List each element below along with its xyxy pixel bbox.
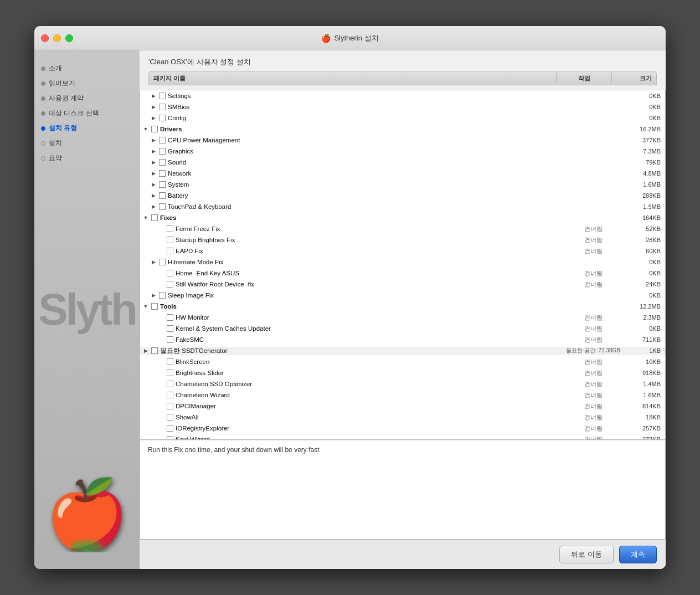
table-row[interactable]: ▼ Tools 12.2MB [140, 301, 665, 312]
size-col: 16.2MB [621, 126, 665, 132]
checkbox[interactable] [167, 381, 173, 387]
footer: 뒤로 이동 계속 [140, 540, 666, 569]
size-col: 10KB [621, 358, 665, 365]
col-action-header: 작업 [557, 72, 612, 85]
expander-icon: ▶ [150, 159, 157, 166]
table-row[interactable]: ▶ Hibernate Mode Fix 0KB [140, 257, 665, 268]
package-list[interactable]: ▶ Settings 0KB ▶ SMBios 0KB ▶ [140, 90, 666, 440]
table-row[interactable]: Still Waitfor Root Device -fix 건너뜀 24KB [140, 279, 665, 290]
checkbox[interactable] [167, 403, 173, 409]
item-label: Brightness Slider [176, 370, 565, 376]
main-content: 'Clean OSX'에 사용자 설정 설치 패키지 이름 작업 크기 ▶ Se… [140, 50, 666, 569]
checkbox[interactable] [167, 248, 173, 254]
checkbox[interactable] [151, 126, 158, 132]
size-col: 1.6MB [621, 181, 665, 188]
table-row[interactable]: DPCIManager 건너뜀 814KB [140, 401, 665, 412]
item-label: Chameleon Wizard [176, 392, 565, 398]
item-name-section: Chameleon SSD Optimizer [158, 381, 565, 387]
table-row[interactable]: Kext Wizard 건너뜀 377KB [140, 434, 665, 440]
table-row[interactable]: ▶ Settings 0KB [140, 90, 665, 101]
checkbox[interactable] [159, 148, 166, 155]
checkbox[interactable] [159, 259, 166, 265]
expander-icon: ▶ [150, 115, 157, 121]
table-row[interactable]: Chameleon Wizard 건너뜀 1.6MB [140, 389, 665, 401]
checkbox[interactable] [167, 281, 173, 288]
checkbox[interactable] [159, 137, 166, 143]
checkbox[interactable] [167, 336, 173, 343]
sidebar-item-install-type[interactable]: 설치 유형 [41, 124, 133, 133]
table-row[interactable]: Chameleon SSD Optimizer 건너뜀 1.4MB [140, 378, 665, 389]
checkbox[interactable] [159, 203, 166, 210]
checkbox[interactable] [167, 270, 173, 276]
checkbox[interactable] [159, 181, 166, 188]
checkbox[interactable] [167, 325, 173, 332]
checkbox[interactable] [159, 159, 166, 166]
table-row[interactable]: HW Monitor 건너뜀 2.3MB [140, 312, 665, 323]
table-row[interactable]: ▶ SMBios 0KB [140, 101, 665, 112]
table-row[interactable]: ▼ Fixes 164KB [140, 212, 665, 223]
sidebar-item-intro[interactable]: 소개 [41, 64, 133, 73]
minimize-button[interactable] [53, 34, 61, 42]
table-row[interactable]: ▶ 필요한 SSDTGenerator 필요한 공간: 71.38GB 1KB [140, 345, 665, 356]
table-row[interactable]: ▶ Battery 288KB [140, 190, 665, 201]
close-button[interactable] [41, 34, 49, 42]
table-row[interactable]: Startup Brightnes Fix 건너뜀 28KB [140, 234, 665, 245]
table-row[interactable]: ▶ TouchPad & Keyboard 1.9MB [140, 201, 665, 212]
zoom-button[interactable] [65, 34, 73, 42]
checkbox[interactable] [159, 170, 166, 177]
checkbox[interactable] [167, 358, 173, 365]
expander-icon: ▶ [150, 181, 157, 188]
sidebar-item-disk[interactable]: 대상 디스크 선택 [41, 109, 133, 118]
checkbox[interactable] [159, 115, 166, 121]
checkbox[interactable] [167, 414, 173, 420]
sidebar-item-readme[interactable]: 읽어보기 [41, 79, 133, 88]
table-row[interactable]: ▶ Graphics 7.3MB [140, 146, 665, 157]
expander-icon: ▶ [150, 137, 157, 143]
item-label: Hibernate Mode Fix [168, 259, 565, 265]
checkbox[interactable] [159, 192, 166, 199]
table-row[interactable]: ▶ Network 4.8MB [140, 168, 665, 179]
checkbox[interactable] [151, 303, 158, 310]
checkbox[interactable] [159, 292, 166, 299]
checkbox[interactable] [167, 436, 173, 440]
table-row[interactable]: IORegistryExplorer 건너뜀 257KB [140, 423, 665, 434]
action-col: 건너뜀 [565, 435, 621, 440]
sidebar-item-install[interactable]: 설치 [41, 139, 133, 148]
table-row[interactable]: Kernel & System Caches Updater 건너뜀 0KB [140, 323, 665, 334]
checkbox[interactable] [167, 370, 173, 376]
continue-button[interactable]: 계속 [619, 546, 657, 563]
item-label: Sound [168, 159, 565, 166]
item-name-section: IORegistryExplorer [158, 425, 565, 432]
checkbox[interactable] [151, 347, 158, 354]
table-row[interactable]: Home -End Key ASUS 건너뜀 0KB [140, 268, 665, 279]
back-button[interactable]: 뒤로 이동 [559, 546, 614, 563]
sidebar-item-summary[interactable]: 요약 [41, 153, 133, 163]
table-row[interactable]: Fermi Freez Fix 건너뜀 52KB [140, 223, 665, 234]
table-row[interactable]: ▶ Config 0KB [140, 112, 665, 124]
checkbox[interactable] [167, 225, 173, 232]
table-row[interactable]: ▶ System 1.6MB [140, 179, 665, 190]
item-label: Kernel & System Caches Updater [176, 325, 565, 332]
sidebar-item-license[interactable]: 사용권 계약 [41, 94, 133, 103]
table-row[interactable]: ShowAll 건너뜀 18KB [140, 412, 665, 423]
item-name-section: Brightness Slider [158, 370, 565, 376]
checkbox[interactable] [167, 237, 173, 243]
table-row[interactable]: Brightness Slider 건너뜀 918KB [140, 367, 665, 378]
checkbox[interactable] [151, 214, 158, 221]
action-col: 건너뜀 [565, 225, 621, 233]
table-row[interactable]: EAPD Fix 건너뜀 60KB [140, 245, 665, 257]
size-col: 918KB [621, 370, 665, 376]
checkbox[interactable] [159, 104, 166, 110]
table-row[interactable]: BlinkScreen 건너뜀 10KB [140, 356, 665, 367]
table-row[interactable]: ▶ Sleep Image Fix 0KB [140, 290, 665, 301]
checkbox[interactable] [167, 314, 173, 321]
table-row[interactable]: ▶ CPU Power Management 377KB [140, 135, 665, 146]
table-row[interactable]: ▶ Sound 79KB [140, 157, 665, 168]
expander-icon: ▼ [142, 126, 149, 132]
size-col: 257KB [621, 425, 665, 432]
table-row[interactable]: FakeSMC 건너뜀 711KB [140, 334, 665, 345]
checkbox[interactable] [167, 392, 173, 398]
table-row[interactable]: ▼ Drivers 16.2MB [140, 124, 665, 135]
checkbox[interactable] [159, 93, 166, 99]
checkbox[interactable] [167, 425, 173, 432]
